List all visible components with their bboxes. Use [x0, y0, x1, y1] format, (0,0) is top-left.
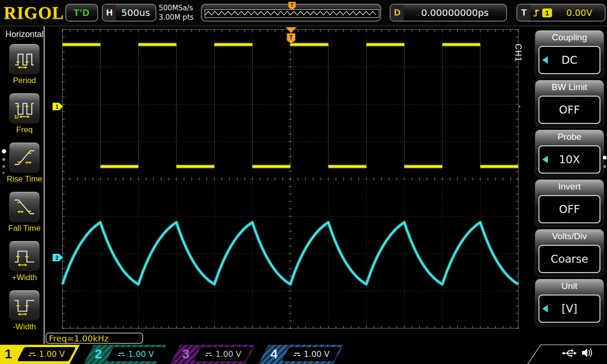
- channel-number: 3: [182, 347, 190, 362]
- measure-item-fall-time[interactable]: Fall Time: [0, 191, 49, 233]
- trigger-status-text: T'D: [74, 8, 90, 18]
- menu-item-value: OFF: [559, 203, 580, 215]
- menu-item-value: DC: [561, 54, 577, 66]
- h-key-label: H: [103, 5, 116, 21]
- sidebar-divider: [44, 26, 45, 344]
- memory-depth: 3.00M pts: [159, 13, 193, 22]
- channel-scale-box: 1.00 V: [17, 347, 76, 361]
- menu-item-label: Unit: [535, 279, 604, 293]
- measure-item-period[interactable]: Period: [0, 44, 49, 85]
- measure-item-rise-time[interactable]: Rise Time: [0, 142, 49, 184]
- trigger-level-value: 0.00V: [554, 8, 605, 18]
- measure-label: +Width: [0, 273, 49, 282]
- rigol-logo: RIGOL: [4, 3, 64, 23]
- svg-text:T: T: [291, 2, 294, 8]
- channel-scale: 1.00 V: [128, 349, 154, 359]
- left-arrow-icon: [542, 305, 548, 312]
- menu-item-label: Volts/Div: [535, 229, 604, 243]
- menu-item-label: Coupling: [535, 30, 604, 45]
- measure-label: -Width: [0, 322, 49, 332]
- ch1-softkey-menu: CH1 Coupling DC BW Limit OFF Probe 10X I…: [520, 26, 607, 345]
- delay-readout: D 0.00000000ps: [390, 4, 507, 22]
- menu-item-probe[interactable]: Probe 10X: [535, 130, 604, 177]
- measure-item-minus-width[interactable]: -Width: [0, 290, 49, 332]
- period-button[interactable]: [9, 44, 40, 75]
- channel-scale-box: 1.00 V: [193, 347, 252, 361]
- measure-label: Freq: [0, 125, 49, 135]
- memory-position-bar: T: [201, 4, 381, 22]
- minus-width-button[interactable]: [9, 290, 40, 321]
- svg-text:1/: 1/: [14, 114, 19, 119]
- period-icon: [14, 48, 35, 70]
- rising-edge-icon: [532, 8, 540, 18]
- menu-item-label: BW Limit: [535, 80, 604, 94]
- ch1-ground-marker-label: 1: [55, 104, 59, 110]
- trigger-status-indicator: T'D: [65, 4, 98, 22]
- channel-number: 4: [270, 347, 278, 362]
- horizontal-timebase-readout: H 500us: [102, 4, 156, 22]
- menu-item-volts-div[interactable]: Volts/Div Coarse: [535, 229, 604, 276]
- speaker-icon: [581, 347, 593, 358]
- channel2-tab[interactable]: 2 1.00 V: [84, 345, 166, 364]
- channel3-tab[interactable]: 3 1.00 V: [170, 345, 255, 364]
- menu-item-value: OFF: [559, 104, 580, 116]
- menu-item-value-box: [V]: [538, 295, 600, 323]
- rise-time-button[interactable]: [9, 142, 40, 173]
- left-arrow-icon: [542, 56, 548, 64]
- left-page-dot: [2, 172, 5, 174]
- left-menu-title: Horizontal: [0, 30, 49, 39]
- trigger-readout: T 1 0.00V: [516, 4, 606, 22]
- t-key-label: T: [517, 5, 530, 21]
- ch2-ground-marker-label: 2: [55, 255, 59, 261]
- menu-item-invert[interactable]: Invert OFF: [535, 180, 604, 227]
- frequency-counter-value: Freq=1.00kHz: [49, 334, 108, 343]
- left-page-dot: [2, 158, 5, 161]
- channel-scale-box: 1.00 V: [106, 347, 165, 361]
- plus-width-button[interactable]: [9, 241, 40, 272]
- channel-menu-tab: CH1: [513, 44, 523, 62]
- menu-item-value-box: 10X: [538, 145, 600, 174]
- channel-number: 1: [5, 347, 12, 362]
- horizontal-measure-menu: Horizontal Period 1/: [0, 26, 44, 345]
- menu-item-unit[interactable]: Unit [V]: [535, 279, 604, 326]
- menu-item-value-box: OFF: [538, 195, 600, 223]
- menu-item-value: [V]: [561, 303, 577, 315]
- trigger-position-marker-label: T: [289, 34, 293, 41]
- dc-coupling-icon: [118, 353, 125, 356]
- menu-item-bw-limit[interactable]: BW Limit OFF: [535, 80, 604, 127]
- measure-label: Rise Time: [0, 174, 49, 184]
- freq-button[interactable]: 1/: [9, 93, 40, 124]
- menu-item-value-box: Coarse: [538, 245, 600, 273]
- left-page-dot-active: [2, 149, 6, 153]
- top-status-bar: RIGOL T'D H 500us 500MSa/s 3.00M pts T D: [0, 0, 607, 26]
- memory-trigger-marker-icon: T: [288, 1, 296, 11]
- frequency-counter: Freq=1.00kHz: [46, 333, 143, 344]
- menu-item-value: 10X: [559, 153, 580, 166]
- measure-item-plus-width[interactable]: +Width: [0, 241, 49, 282]
- channel-number: 2: [95, 347, 102, 362]
- delay-value: 0.00000000ps: [404, 7, 506, 18]
- right-page-dot: [603, 165, 606, 168]
- fall-time-icon: [14, 196, 35, 218]
- channel1-tab[interactable]: 1 1.00 V: [0, 345, 80, 364]
- dc-coupling-icon: [293, 353, 300, 356]
- channel-scale: 1.00 V: [215, 349, 241, 359]
- menu-item-value-box: OFF: [538, 96, 600, 124]
- trigger-position-arrow: [285, 27, 297, 33]
- measure-item-freq[interactable]: 1/ Freq: [0, 93, 49, 135]
- channel-scale-box: 1.00 V: [282, 347, 340, 361]
- menu-item-value-box: DC: [538, 46, 600, 74]
- left-page-dot: [2, 165, 5, 168]
- timebase-value: 500us: [116, 7, 155, 18]
- channel-scale: 1.00 V: [39, 349, 65, 359]
- left-arrow-icon: [542, 156, 548, 163]
- channel4-tab[interactable]: 4 1.00 V: [258, 345, 344, 364]
- fall-time-button[interactable]: [9, 191, 40, 222]
- rise-time-icon: [14, 147, 35, 168]
- right-page-dot-active: [603, 156, 607, 159]
- oscilloscope-screen: 12TT RIGOL T'D H 500us 500MSa/s 3.00M pt…: [0, 0, 607, 364]
- menu-item-coupling[interactable]: Coupling DC: [535, 30, 604, 77]
- acquisition-readout: 500MSa/s 3.00M pts: [159, 3, 193, 22]
- usb-icon: [562, 349, 578, 358]
- ch1-wave-edges: [100, 45, 480, 167]
